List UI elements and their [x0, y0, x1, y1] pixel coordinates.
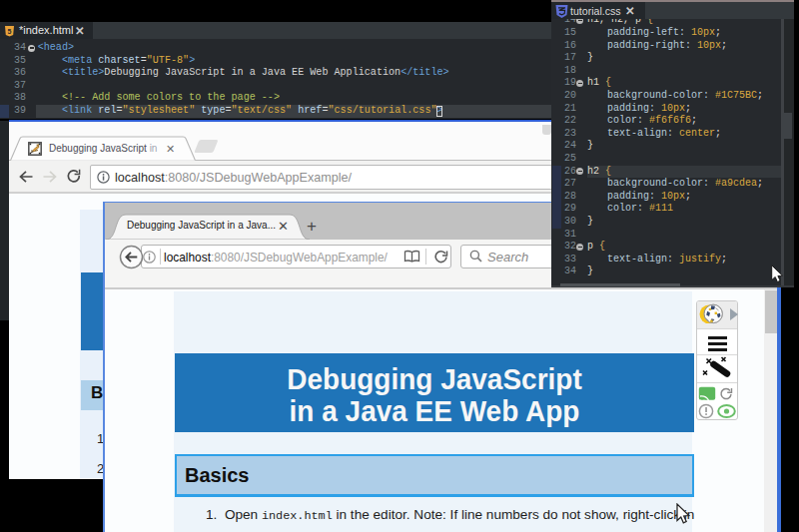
svg-text:5: 5 [8, 28, 12, 35]
